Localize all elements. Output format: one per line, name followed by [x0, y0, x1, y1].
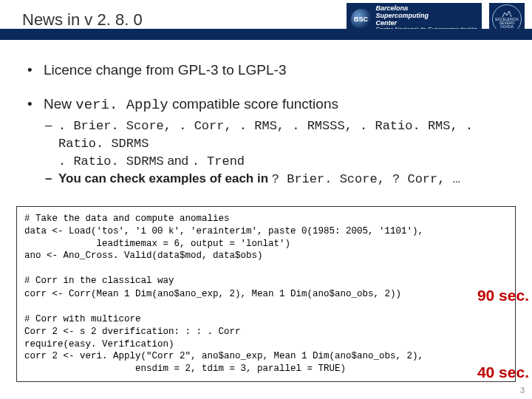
page-number: 3: [520, 386, 525, 395]
page-title: News in v 2. 8. 0: [22, 10, 143, 30]
slide-body: Licence change from GPL-3 to LGPL-3 New …: [0, 40, 532, 188]
timing-label-90: 90 sec.: [477, 287, 529, 304]
timing-label-40: 40 sec.: [477, 364, 529, 381]
sub-bullet-functions: . Brier. Score, . Corr, . RMS, . RMSSS, …: [44, 117, 510, 153]
header-accent-bar: [0, 29, 532, 40]
sub-bullet-examples: You can check examples of each in ? Brie…: [44, 171, 510, 188]
bullet-licence: Licence change from GPL-3 to LGPL-3: [41, 62, 510, 78]
slide-header: News in v 2. 8. 0 BSC Barcelona Supercom…: [0, 0, 532, 40]
bullet-veriapply: New veri. Apply compatible score functio…: [41, 96, 510, 188]
bsc-logo-icon: BSC: [351, 9, 372, 30]
code-block: # Take the data and compute anomalies da…: [16, 206, 516, 382]
